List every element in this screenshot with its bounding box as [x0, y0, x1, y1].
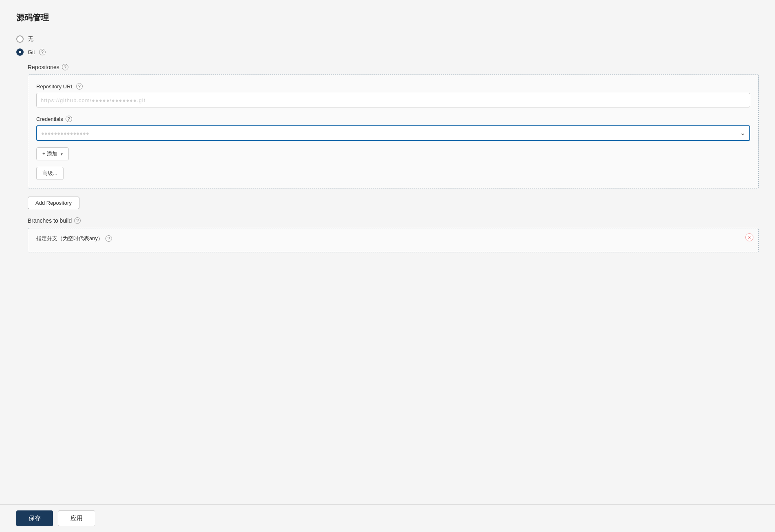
add-button[interactable]: + 添加 ▾ [36, 147, 69, 160]
radio-item-none[interactable]: 无 [16, 35, 759, 43]
radio-git[interactable] [16, 48, 24, 56]
radio-none[interactable] [16, 35, 24, 43]
git-help-icon[interactable]: ? [39, 49, 46, 55]
add-button-label: + 添加 [42, 150, 57, 158]
branches-section: Branches to build ? 指定分支（为空时代表any） ? × [28, 217, 759, 252]
credentials-label: Credentials ? [36, 116, 750, 122]
branches-help-icon[interactable]: ? [74, 217, 81, 224]
save-button[interactable]: 保存 [16, 510, 53, 526]
advanced-button[interactable]: 高级... [36, 167, 64, 180]
repository-url-label: Repository URL ? [36, 83, 750, 90]
repository-url-input[interactable] [36, 93, 750, 107]
add-button-container: + 添加 ▾ [36, 141, 750, 160]
apply-button-label: 应用 [70, 514, 83, 521]
repository-url-help-icon[interactable]: ? [76, 83, 83, 90]
branches-container: 指定分支（为空时代表any） ? × [28, 228, 759, 252]
page-container: 源码管理 无 Git ? Repositories ? Repository U… [0, 0, 775, 532]
radio-item-git[interactable]: Git ? [16, 48, 759, 56]
advanced-button-container: 高级... [36, 160, 750, 180]
add-repository-button-label: Add Repository [35, 200, 72, 206]
close-icon: × [748, 235, 751, 240]
credentials-select[interactable]: ●●●●●●●●●●●●●●● [36, 125, 750, 141]
credentials-select-wrapper: ●●●●●●●●●●●●●●● [36, 125, 750, 141]
apply-button[interactable]: 应用 [58, 510, 95, 526]
page-title: 源码管理 [16, 12, 759, 23]
add-dropdown-arrow: ▾ [61, 152, 63, 156]
repositories-help-icon[interactable]: ? [62, 64, 68, 70]
branch-sub-label: 指定分支（为空时代表any） ? [36, 235, 750, 242]
advanced-button-label: 高级... [42, 170, 57, 177]
credentials-help-icon[interactable]: ? [66, 116, 72, 122]
add-repository-button-container: Add Repository [28, 195, 759, 209]
add-repository-button[interactable]: Add Repository [28, 197, 79, 209]
repositories-container: Repository URL ? Credentials ? ●●●●●●●●●… [28, 74, 759, 188]
git-section: Repositories ? Repository URL ? Credenti… [28, 64, 759, 252]
footer-bar: 保存 应用 [0, 504, 775, 532]
save-button-label: 保存 [29, 514, 41, 521]
radio-none-label: 无 [28, 35, 33, 43]
credentials-section: Credentials ? ●●●●●●●●●●●●●●● [36, 116, 750, 141]
source-control-radio-group: 无 Git ? [16, 35, 759, 56]
radio-git-label: Git [28, 49, 35, 55]
branch-sub-help-icon[interactable]: ? [105, 235, 112, 242]
repository-url-field: Repository URL ? [36, 83, 750, 107]
branches-label: Branches to build ? [28, 217, 759, 224]
branch-close-button[interactable]: × [745, 233, 753, 241]
repositories-label: Repositories ? [28, 64, 759, 70]
